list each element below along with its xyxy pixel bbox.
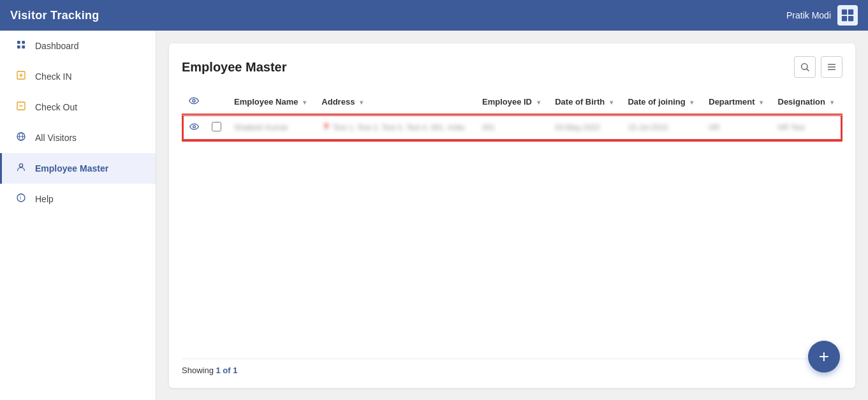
col-employee-id: Employee ID ▾ bbox=[476, 89, 548, 115]
sidebar-item-checkin[interactable]: Check IN bbox=[0, 61, 156, 92]
row-empid: 001 bbox=[476, 115, 548, 140]
row-dept: HR bbox=[702, 115, 771, 140]
svg-rect-1 bbox=[848, 10, 853, 15]
sidebar-item-allvisitors[interactable]: All Visitors bbox=[0, 122, 156, 153]
menu-button[interactable] bbox=[821, 56, 842, 78]
pagination: Showing 1 of 1 bbox=[182, 359, 842, 375]
sidebar-label-checkout: Check Out bbox=[35, 102, 77, 112]
sort-arrow-doj: ▾ bbox=[690, 99, 693, 106]
svg-point-24 bbox=[193, 100, 195, 102]
add-employee-button[interactable]: + bbox=[808, 341, 840, 373]
col-dob: Date of Birth ▾ bbox=[548, 89, 621, 115]
dashboard-icon bbox=[15, 40, 27, 52]
sort-arrow-name: ▾ bbox=[303, 99, 306, 106]
row-designation: HR Test bbox=[772, 115, 842, 140]
svg-rect-0 bbox=[842, 10, 847, 15]
username: Pratik Modi bbox=[786, 10, 831, 20]
row-doj: 15-Jul-2022 bbox=[621, 115, 702, 140]
svg-rect-7 bbox=[22, 45, 25, 48]
sort-arrow-empid: ▾ bbox=[537, 99, 540, 106]
svg-rect-5 bbox=[22, 41, 25, 44]
pagination-text: Showing 1 of 1 bbox=[182, 366, 237, 375]
col-address: Address ▾ bbox=[315, 89, 476, 115]
table-wrapper: Employee Name ▾ Address ▾ Employee ID ▾ bbox=[182, 89, 842, 348]
eye-col-icon bbox=[189, 98, 199, 108]
user-avatar bbox=[837, 5, 858, 26]
col-designation: Designation ▾ bbox=[772, 89, 842, 115]
svg-rect-3 bbox=[848, 16, 853, 21]
row-check-cell bbox=[205, 115, 228, 140]
app-title: Visitor Tracking bbox=[10, 9, 99, 22]
col-eye bbox=[182, 89, 205, 115]
card-header: Employee Master bbox=[182, 56, 842, 78]
allvisitors-icon bbox=[15, 131, 27, 144]
employee-table: Employee Name ▾ Address ▾ Employee ID ▾ bbox=[182, 89, 842, 141]
svg-line-20 bbox=[807, 69, 809, 71]
col-employee-name: Employee Name ▾ bbox=[228, 89, 315, 115]
sort-arrow-address: ▾ bbox=[360, 99, 363, 106]
svg-rect-6 bbox=[17, 45, 20, 48]
fab-icon: + bbox=[819, 346, 829, 367]
user-info: Pratik Modi bbox=[786, 5, 858, 26]
row-eye-icon[interactable] bbox=[189, 122, 199, 133]
col-department: Department ▾ bbox=[702, 89, 771, 115]
sidebar-item-dashboard[interactable]: Dashboard bbox=[0, 31, 156, 61]
sidebar-label-dashboard: Dashboard bbox=[35, 41, 79, 51]
sidebar-item-help[interactable]: i Help bbox=[0, 184, 156, 214]
search-button[interactable] bbox=[794, 56, 816, 78]
help-icon: i bbox=[15, 193, 27, 205]
row-checkbox[interactable] bbox=[212, 122, 221, 131]
main-content: Employee Master bbox=[156, 31, 868, 400]
page-title: Employee Master bbox=[182, 60, 287, 75]
card-actions bbox=[794, 56, 842, 78]
pagination-count: 1 of 1 bbox=[216, 366, 237, 375]
svg-text:i: i bbox=[20, 195, 21, 201]
svg-point-25 bbox=[193, 126, 196, 128]
employee-master-card: Employee Master bbox=[169, 43, 855, 388]
sidebar-item-empmaster[interactable]: Employee Master bbox=[0, 153, 156, 184]
topbar: Visitor Tracking Pratik Modi bbox=[0, 0, 868, 31]
sort-arrow-designation: ▾ bbox=[830, 99, 834, 106]
checkout-icon bbox=[15, 101, 27, 114]
svg-point-16 bbox=[19, 164, 22, 167]
sidebar-label-help: Help bbox=[35, 194, 54, 204]
row-address: 📍Test 1, Test 2, Test 3, Test 4, 001, In… bbox=[315, 115, 476, 140]
sidebar-label-checkin: Check IN bbox=[35, 71, 72, 82]
row-dob: 03-May-2022 bbox=[548, 115, 621, 140]
svg-point-17 bbox=[17, 194, 25, 202]
table-row[interactable]: Shailesh Kumar 📍Test 1, Test 2, Test 3, … bbox=[182, 115, 842, 140]
svg-rect-4 bbox=[17, 41, 20, 44]
row-eye-cell bbox=[182, 115, 205, 140]
sidebar-item-checkout[interactable]: Check Out bbox=[0, 92, 156, 122]
sidebar: Dashboard Check IN Check Out All Visitor… bbox=[0, 31, 156, 400]
sort-arrow-dob: ▾ bbox=[610, 99, 613, 106]
sidebar-label-allvisitors: All Visitors bbox=[35, 133, 77, 143]
sidebar-label-empmaster: Employee Master bbox=[35, 163, 108, 174]
empmaster-icon bbox=[15, 162, 27, 175]
row-name: Shailesh Kumar bbox=[228, 115, 315, 140]
svg-rect-2 bbox=[842, 16, 847, 21]
col-doj: Date of joining ▾ bbox=[621, 89, 702, 115]
checkin-icon bbox=[15, 70, 27, 83]
sort-arrow-dept: ▾ bbox=[760, 99, 763, 106]
col-check bbox=[205, 89, 228, 115]
